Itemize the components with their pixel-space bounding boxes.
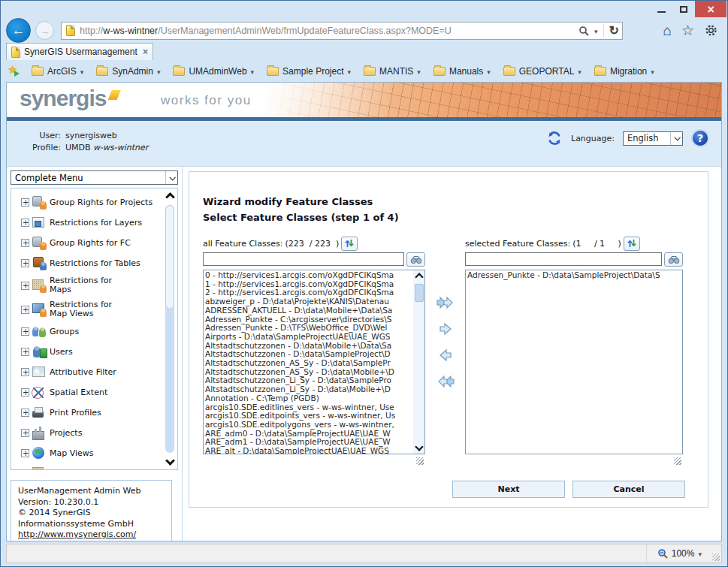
favorites-bar-item[interactable]: Manuals: [433, 66, 491, 77]
expand-plus-icon[interactable]: [21, 282, 29, 290]
menu-tree-item[interactable]: Restrictions for Map Views: [21, 300, 161, 318]
menu-tree-item[interactable]: Projects: [21, 426, 161, 440]
expand-plus-icon[interactable]: [21, 469, 29, 470]
search-selected-button[interactable]: [664, 252, 683, 267]
scroll-up-icon[interactable]: [165, 192, 175, 202]
expand-plus-icon[interactable]: [21, 219, 29, 227]
zoom-control[interactable]: 100%: [646, 544, 702, 562]
menu-mode-select[interactable]: Complete Menu: [11, 170, 178, 185]
close-button[interactable]: [695, 1, 726, 17]
move-all-left-button[interactable]: [436, 374, 455, 391]
search-icon[interactable]: [578, 26, 589, 36]
favorites-bar-item[interactable]: ArcGIS: [32, 66, 83, 77]
menu-tree-item[interactable]: Print Profiles: [21, 406, 161, 420]
tab-synergis-usermanagement[interactable]: SynerGIS Usermanagement ...: [6, 43, 153, 60]
expand-plus-icon[interactable]: [21, 327, 29, 336]
reload-language-icon[interactable]: [546, 130, 563, 146]
move-left-button[interactable]: [436, 348, 455, 364]
menu-tree-item[interactable]: Attributive Filter: [21, 365, 161, 379]
language-select[interactable]: English: [623, 131, 683, 146]
feature-class-item[interactable]: Altstadtschutzzonen_AS_Sy - D:\data\Samp…: [205, 359, 424, 368]
menu-tree: Group Rights for Projects Restrictions f…: [11, 188, 178, 470]
listbox-resize-grip[interactable]: [416, 457, 424, 465]
all-fc-scrollbar[interactable]: [413, 270, 424, 454]
feature-class-item[interactable]: 0 - http://services1.arcgis.com/oXgdDFCl…: [205, 271, 424, 280]
favorite-label: GEOPORTAL: [519, 66, 575, 77]
feature-class-item[interactable]: ARE_alt - D:\data\SampleProjectUAE\UAE_W…: [205, 447, 424, 454]
window-resize-grip[interactable]: [712, 553, 720, 561]
search-dropdown-icon[interactable]: [594, 26, 598, 36]
cancel-button[interactable]: Cancel: [572, 481, 685, 498]
expand-plus-icon[interactable]: [21, 198, 29, 207]
selected-feature-class-item[interactable]: Adressen_Punkte - D:\data\SampleProject\…: [467, 271, 682, 280]
all-fc-search-input[interactable]: [203, 252, 404, 266]
tab-close-icon[interactable]: [143, 47, 148, 57]
folder-icon: [594, 67, 606, 76]
menu-tree-item[interactable]: Map Views: [21, 446, 161, 460]
menu-tree-item[interactable]: Users: [21, 345, 161, 359]
favorites-bar-item[interactable]: UMAdminWeb: [173, 66, 254, 77]
listbox-resize-grip[interactable]: [674, 457, 681, 465]
favorites-bar-item[interactable]: MANTIS: [364, 66, 421, 77]
all-fc-listbox[interactable]: 0 - http://services1.arcgis.com/oXgdDFCl…: [203, 270, 425, 454]
address-bar[interactable]: http://w-ws-wintner/UserManagementAdminW…: [61, 22, 623, 40]
scroll-down-icon[interactable]: [415, 442, 423, 451]
favorites-bar-item[interactable]: Sample Project: [267, 66, 351, 77]
expand-plus-icon[interactable]: [21, 348, 29, 356]
scroll-down-icon[interactable]: [165, 456, 175, 466]
folder-icon: [96, 67, 108, 76]
help-button[interactable]: ?: [691, 129, 709, 147]
zoom-dropdown-icon[interactable]: [698, 548, 702, 559]
scrollbar-thumb[interactable]: [165, 205, 174, 309]
groups-icon: [32, 324, 47, 339]
menu-tree-item[interactable]: Maps: [21, 466, 161, 470]
selected-fc-listbox[interactable]: Adressen_Punkte - D:\data\SampleProject\…: [465, 270, 683, 454]
feature-class-item[interactable]: Airports - D:\data\SampleProjectUAE\UAE_…: [205, 333, 424, 342]
feature-class-item[interactable]: Annotation - C:\Temp (PGDB): [205, 394, 424, 403]
move-right-button[interactable]: [436, 321, 455, 338]
layers-restriction-icon: [32, 216, 47, 230]
search-all-button[interactable]: [406, 252, 425, 267]
selected-fc-search-input[interactable]: [465, 252, 662, 266]
favorites-icon[interactable]: [681, 22, 694, 39]
expand-plus-icon[interactable]: [21, 429, 29, 437]
sort-selected-button[interactable]: [624, 237, 640, 251]
back-button[interactable]: [6, 18, 31, 43]
home-icon[interactable]: [663, 23, 671, 39]
copyright: © 2014 SynerGIS: [18, 508, 168, 519]
minimize-button[interactable]: [650, 1, 672, 17]
favorites-bar-star-icon[interactable]: [8, 65, 21, 77]
maximize-button[interactable]: [672, 1, 695, 17]
scrollbar-track[interactable]: [165, 205, 174, 453]
expand-plus-icon[interactable]: [21, 388, 29, 397]
expand-plus-icon[interactable]: [21, 368, 29, 376]
forward-button[interactable]: [35, 21, 54, 40]
menu-tree-item[interactable]: Restrictions for Maps: [21, 276, 161, 294]
next-button[interactable]: Next: [452, 481, 565, 498]
move-all-right-button[interactable]: [436, 295, 455, 312]
scrollbar-thumb[interactable]: [415, 284, 424, 302]
menu-tree-item[interactable]: Restrictions for Tables: [21, 256, 161, 270]
menu-tree-item[interactable]: Restrictions for Layers: [21, 216, 161, 230]
favorites-bar-item[interactable]: Migration: [594, 66, 654, 77]
scroll-up-icon[interactable]: [415, 273, 423, 281]
favorites-bar-item[interactable]: GEOPORTAL: [503, 66, 581, 77]
expand-plus-icon[interactable]: [21, 239, 29, 247]
feature-class-item[interactable]: ADRESSEN_AKTUELL - D:\data\Mobile+\Data\…: [205, 306, 424, 315]
expand-plus-icon[interactable]: [21, 306, 29, 314]
synergis-link[interactable]: http://www.mysynergis.com/: [18, 529, 136, 539]
expand-plus-icon[interactable]: [21, 449, 29, 457]
profile-label: Profile:: [25, 143, 61, 152]
feature-class-item[interactable]: arcgis10.SDE.editpolygons_vers - w-ws-wi…: [205, 421, 424, 430]
menu-tree-item[interactable]: Group Rights for Projects: [21, 195, 161, 210]
favorites-bar-item[interactable]: SynAdmin: [96, 66, 160, 77]
sort-all-button[interactable]: [341, 237, 358, 251]
menu-tree-item[interactable]: Groups: [21, 324, 161, 339]
expand-plus-icon[interactable]: [21, 409, 29, 417]
menu-tree-item[interactable]: Group Rights for FC: [21, 236, 161, 250]
menu-tree-scrollbar[interactable]: [163, 189, 177, 469]
settings-gear-icon[interactable]: [704, 23, 718, 38]
menu-tree-item[interactable]: Spatial Extent: [21, 385, 161, 400]
expand-plus-icon[interactable]: [21, 259, 29, 267]
refresh-page-icon[interactable]: [609, 23, 619, 38]
